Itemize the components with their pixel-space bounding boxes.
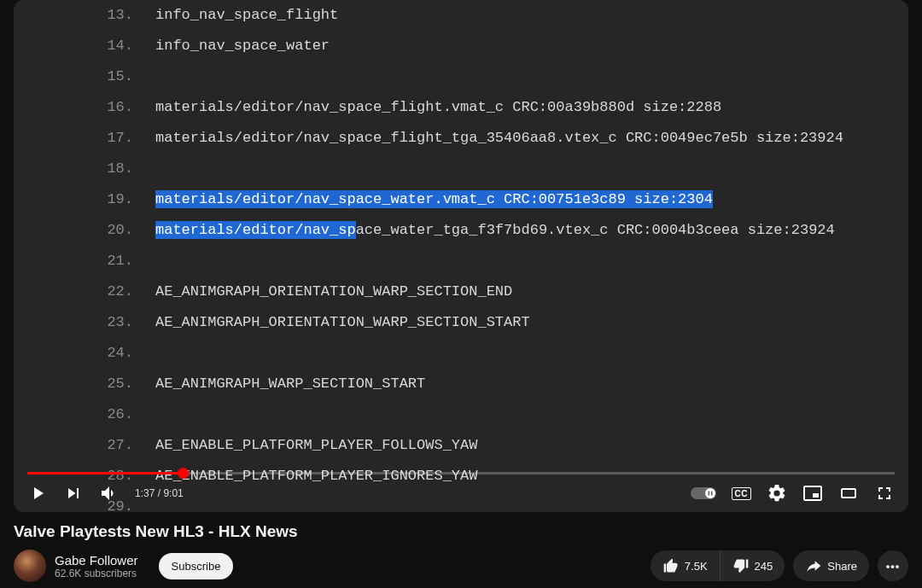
code-gutter: 13.14.15.16.17.18.19.20.21.22.23.24.25.2… [14, 0, 147, 512]
player-controls: 1:37 / 9:01 CC [27, 474, 895, 512]
line-number: 24. [14, 338, 137, 369]
time-display: 1:37 / 9:01 [135, 487, 184, 499]
line-number: 20. [14, 215, 137, 246]
line-number: 21. [14, 246, 137, 277]
next-icon[interactable] [63, 483, 84, 504]
captions-button[interactable]: CC [732, 487, 751, 500]
autoplay-knob [705, 488, 715, 498]
below-player: Valve Playtests New HL3 - HLX News Gabe … [0, 512, 922, 582]
dislike-button[interactable]: 245 [721, 550, 785, 581]
line-number: 22. [14, 277, 137, 307]
video-title: Valve Playtests New HL3 - HLX News [14, 522, 908, 541]
line-number: 14. [14, 31, 137, 61]
volume-icon[interactable] [99, 483, 120, 504]
code-line: materials/editor/nav_space_water_tga_f3f… [155, 215, 908, 246]
code-line [155, 61, 908, 92]
code-line: AE_ANIMGRAPH_WARP_SECTION_START [155, 369, 908, 399]
thumbs-down-icon [732, 557, 750, 574]
share-label: Share [827, 560, 857, 573]
subscribe-button[interactable]: Subscribe [159, 553, 234, 579]
code-body: info_nav_space_flightinfo_nav_space_wate… [147, 0, 908, 512]
line-number: 26. [14, 399, 137, 430]
time-current: 1:37 [135, 487, 155, 499]
meta-row: Gabe Follower 62.6K subscribers Subscrib… [14, 550, 908, 582]
like-dislike-pill: 7.5K 245 [651, 550, 785, 581]
share-icon [805, 557, 822, 574]
theater-icon[interactable] [838, 483, 859, 504]
line-number: 16. [14, 92, 137, 123]
line-number: 17. [14, 123, 137, 154]
more-actions-button[interactable]: ••• [878, 550, 908, 581]
code-line [155, 399, 908, 430]
line-number: 13. [14, 0, 137, 31]
code-line: AE_ANIMGRAPH_ORIENTATION_WARP_SECTION_ST… [155, 307, 908, 338]
subscriber-count: 62.6K subscribers [55, 568, 138, 579]
line-number: 19. [14, 184, 137, 215]
channel-info: Gabe Follower 62.6K subscribers [55, 553, 138, 579]
play-icon[interactable] [27, 483, 48, 504]
video-player[interactable]: 13.14.15.16.17.18.19.20.21.22.23.24.25.2… [14, 0, 908, 512]
share-button[interactable]: Share [793, 550, 869, 581]
channel-name[interactable]: Gabe Follower [55, 553, 138, 568]
more-icon: ••• [886, 560, 901, 573]
line-number: 15. [14, 61, 137, 92]
code-line [155, 246, 908, 277]
like-count: 7.5K [685, 560, 708, 573]
line-number: 18. [14, 154, 137, 184]
time-total: 9:01 [163, 487, 183, 499]
code-line: info_nav_space_water [155, 31, 908, 61]
line-number: 25. [14, 369, 137, 399]
code-line: materials/editor/nav_space_water.vmat_c … [155, 184, 908, 215]
dislike-count: 245 [755, 560, 773, 573]
thumbs-up-icon [662, 557, 680, 574]
channel-avatar[interactable] [14, 550, 46, 582]
code-line [155, 154, 908, 184]
code-line: info_nav_space_flight [155, 0, 908, 31]
code-line: AE_ENABLE_PLATFORM_PLAYER_FOLLOWS_YAW [155, 430, 908, 461]
code-line [155, 338, 908, 369]
like-button[interactable]: 7.5K [651, 550, 721, 581]
fullscreen-icon[interactable] [874, 483, 895, 504]
miniplayer-icon[interactable] [802, 483, 823, 504]
code-line: materials/editor/nav_space_flight_tga_35… [155, 123, 908, 154]
code-line: AE_ANIMGRAPH_ORIENTATION_WARP_SECTION_EN… [155, 277, 908, 307]
autoplay-toggle[interactable] [691, 487, 716, 499]
settings-icon[interactable] [767, 483, 787, 504]
video-content-code: 13.14.15.16.17.18.19.20.21.22.23.24.25.2… [14, 0, 908, 512]
line-number: 27. [14, 430, 137, 461]
code-line: materials/editor/nav_space_flight.vmat_c… [155, 92, 908, 123]
line-number: 23. [14, 307, 137, 338]
